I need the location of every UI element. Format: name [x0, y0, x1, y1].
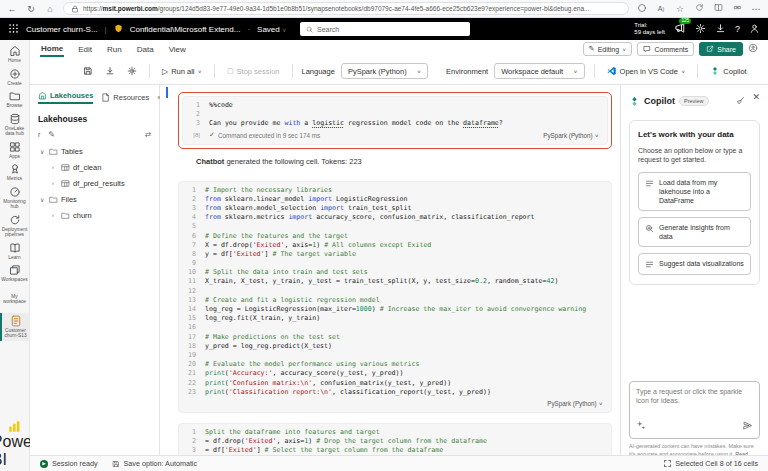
refresh-icon[interactable]: ↻ — [25, 4, 37, 14]
tree-node-churn[interactable]: › churn — [30, 207, 159, 223]
edit-pencil-icon[interactable]: ✎ — [48, 130, 55, 139]
save-option-status[interactable]: Save option: Automatic — [112, 459, 198, 468]
tab-resources[interactable]: Resources — [101, 93, 149, 102]
run-all-button[interactable]: ▷ Run all ∨ — [159, 65, 205, 78]
tab-edit[interactable]: Edit — [77, 43, 93, 56]
favorites-icon[interactable]: ☆ — [674, 4, 686, 14]
tree-node-files[interactable]: ∨ Files — [30, 191, 159, 207]
option-suggest-visualizations-button[interactable]: Suggest data visualizations — [638, 253, 751, 275]
code-line[interactable]: 2= df.drop('Exited', axis=1) # Drop the … — [179, 437, 611, 446]
extensions-icon[interactable] — [731, 3, 743, 14]
sidebar-item-metrics[interactable]: Metrics — [0, 163, 30, 182]
browser-menu-icon[interactable]: ⋯ — [750, 4, 762, 14]
browser-home-icon[interactable]: ⌂ — [44, 4, 56, 14]
sidebar-item-apps[interactable]: Apps — [0, 141, 30, 160]
export-button[interactable] — [102, 64, 118, 78]
code-line[interactable]: 10# Split the data into train and test s… — [179, 268, 611, 277]
presence-icon[interactable] — [748, 43, 758, 55]
saved-status[interactable]: Saved ∨ — [257, 25, 286, 34]
code-line[interactable]: 4from sklearn.metrics import accuracy_sc… — [179, 213, 611, 222]
code-line[interactable]: 1# Import the necessary libraries — [179, 186, 611, 195]
tab-run[interactable]: Run — [106, 43, 123, 56]
share-button[interactable]: Share — [699, 42, 743, 56]
sweep-icon[interactable] — [735, 92, 745, 110]
code-line[interactable]: 14log_reg = LogisticRegression(max_iter=… — [179, 305, 611, 314]
stop-session-button[interactable]: ▢ Stop session — [224, 65, 283, 78]
sparkle-icon[interactable] — [636, 420, 646, 433]
code-cell-model[interactable]: 1# Import the necessary libraries2from s… — [178, 181, 612, 413]
sidebar-item-onelake[interactable]: OneLake data hub — [0, 113, 30, 137]
code-line[interactable]: 21print('Accuracy:', accuracy_score(y_te… — [179, 369, 611, 378]
sidebar-item-monitoring-hub[interactable]: Monitoring hub — [0, 186, 30, 210]
code-line[interactable]: 17# Make predictions on the test set — [179, 333, 611, 342]
settings-button[interactable] — [124, 64, 140, 78]
code-line[interactable]: 1Split the dataframe into features and t… — [179, 428, 611, 437]
settings-gear-icon[interactable] — [695, 23, 706, 36]
sidebar-item-learn[interactable]: Learn — [0, 242, 30, 261]
waffle-icon[interactable] — [8, 23, 19, 36]
code-line[interactable]: 16 — [179, 323, 611, 332]
address-bar[interactable]: https://msit.powerbi.com/groups/124d5d83… — [63, 2, 629, 15]
sidebar-item-deployment-pipelines[interactable]: Deployment pipelines — [0, 214, 30, 238]
code-cell-magic[interactable]: 1%%code2 3Can you provide me with a logi… — [182, 96, 608, 145]
sidebar-item-create[interactable]: Create — [0, 68, 30, 87]
code-line[interactable]: 20# Evaluate the model performance using… — [179, 360, 611, 369]
tree-node-df-clean[interactable]: › df_clean — [30, 159, 159, 175]
code-line[interactable]: 3from sklearn.model_selection import tra… — [179, 204, 611, 213]
code-line[interactable]: 1%%code — [183, 101, 607, 110]
read-aloud-icon[interactable]: A) — [655, 5, 667, 12]
send-icon[interactable] — [742, 420, 753, 433]
code-line[interactable]: 22print('Confusion matrix:\n', confusion… — [179, 379, 611, 388]
code-line[interactable]: 3Can you provide me with a logistic regr… — [183, 119, 607, 128]
code-line[interactable]: 23print('Classification report:\n', clas… — [179, 388, 611, 397]
editing-mode-button[interactable]: ✎ Editing∨ — [583, 42, 633, 56]
code-line[interactable]: 18y_pred = log_reg.predict(X_test) — [179, 342, 611, 351]
code-line[interactable]: 11X_train, X_test, y_train, y_test = tra… — [179, 277, 611, 286]
code-line[interactable]: 7X = df.drop('Exited', axis=1) # All col… — [179, 241, 611, 250]
cell-language-selector[interactable]: PySpark (Python)∨ — [543, 132, 599, 139]
tab-actions-icon[interactable] — [636, 3, 648, 15]
open-in-vscode-button[interactable]: Open in VS Code ∨ — [604, 64, 689, 78]
tree-node-tables[interactable]: ∨ Tables — [30, 143, 159, 159]
sidebar-item-browse[interactable]: Browse — [0, 90, 30, 109]
code-line[interactable]: 6# Define the features and the target — [179, 232, 611, 241]
global-search-input[interactable]: Search — [300, 22, 470, 36]
code-line[interactable]: 12 — [179, 287, 611, 296]
save-button[interactable] — [80, 64, 96, 78]
code-line[interactable]: 2from sklearn.linear_model import Logist… — [179, 195, 611, 204]
comments-button[interactable]: Comments — [637, 42, 694, 56]
switch-lakehouse-icon[interactable]: ⇄ — [145, 130, 151, 139]
split-screen-icon[interactable] — [712, 3, 724, 14]
code-line[interactable]: 9 — [179, 259, 611, 268]
copilot-prompt-input[interactable]: Type a request or click the sparkle icon… — [629, 381, 760, 439]
feedback-megaphone-icon[interactable]: 125 — [674, 22, 686, 36]
sidebar-item-my-workspace[interactable]: My workspace — [0, 293, 30, 305]
download-app-icon[interactable] — [715, 23, 726, 36]
language-dropdown[interactable]: PySpark (Python)∨ — [341, 63, 428, 79]
collections-icon[interactable] — [693, 3, 705, 14]
tab-view[interactable]: View — [168, 43, 187, 56]
sidebar-item-current-notebook[interactable]: Customer churn-S13 — [0, 313, 30, 341]
code-line[interactable]: 13# Create and fit a logistic regression… — [179, 296, 611, 305]
back-icon[interactable]: ← — [6, 4, 18, 14]
code-cell-split[interactable]: 1Split the dataframe into features and t… — [178, 423, 612, 455]
cell-language-selector[interactable]: PySpark (Python)∨ — [547, 400, 603, 407]
option-generate-insights-button[interactable]: Generate insights from data — [638, 217, 751, 247]
code-line[interactable]: 19 — [179, 351, 611, 360]
close-icon[interactable]: ✕ — [752, 92, 760, 110]
tab-home[interactable]: Home — [40, 42, 64, 57]
account-icon[interactable] — [749, 23, 760, 36]
code-line[interactable]: 3= df['Exited'] # Select the target colu… — [179, 446, 611, 455]
code-line[interactable]: 5 — [179, 222, 611, 231]
copilot-toolbar-button[interactable]: Copilot — [707, 64, 749, 78]
help-icon[interactable]: ? — [735, 24, 740, 34]
environment-dropdown[interactable]: Workspace default∨ — [494, 63, 584, 79]
sidebar-item-home[interactable]: Home — [0, 45, 30, 64]
tree-node-df-pred-results[interactable]: › df_pred_results — [30, 175, 159, 191]
sidebar-item-workspaces[interactable]: Workspaces — [0, 264, 30, 283]
code-line[interactable]: 15log_reg.fit(X_train, y_train) — [179, 314, 611, 323]
tab-lakehouses[interactable]: Lakehouses — [38, 91, 93, 104]
tab-data[interactable]: Data — [136, 43, 155, 56]
notebook-canvas[interactable]: 1%%code2 3Can you provide me with a logi… — [160, 85, 620, 455]
code-line[interactable]: 8y = df['Exited'] # The target variable — [179, 250, 611, 259]
